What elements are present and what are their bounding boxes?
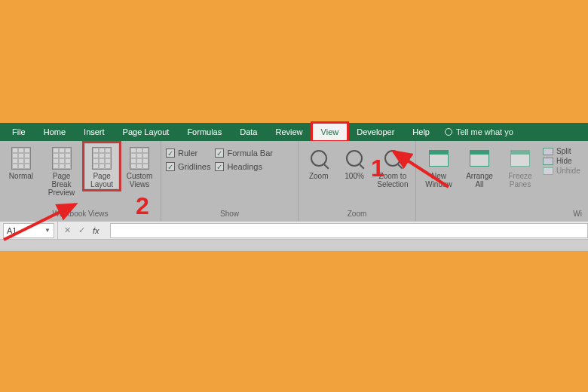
tab-page-layout[interactable]: Page Layout <box>114 123 179 141</box>
cancel-icon[interactable]: ✕ <box>64 225 71 235</box>
normal-view-button[interactable]: Normal <box>5 144 38 180</box>
zoom-100-icon <box>343 147 366 170</box>
custom-views-button[interactable]: Custom Views <box>123 144 156 188</box>
hide-button[interactable]: Hide <box>543 157 580 165</box>
tab-review[interactable]: Review <box>266 123 311 141</box>
tab-developer[interactable]: Developer <box>348 123 403 141</box>
group-label-window: Wi <box>421 208 583 219</box>
page-layout-button[interactable]: Page Layout <box>85 144 118 188</box>
tab-view[interactable]: View <box>312 123 348 141</box>
headings-checkbox[interactable]: ✓Headings <box>215 162 273 171</box>
bulb-icon <box>445 128 452 136</box>
group-label-show: Show <box>166 208 293 219</box>
checkbox-icon: ✓ <box>215 162 224 171</box>
tab-data[interactable]: Data <box>231 123 266 141</box>
group-window: New Window Arrange All Freeze Panes Spli… <box>416 141 588 221</box>
tab-help[interactable]: Help <box>403 123 439 141</box>
zoom-icon <box>308 147 330 170</box>
fx-icon[interactable]: fx <box>93 226 100 235</box>
tell-me-label: Tell me what yo <box>456 127 513 136</box>
zoom-to-selection-button[interactable]: Zoom to Selection <box>375 144 411 188</box>
custom-views-icon <box>128 147 151 170</box>
tab-home[interactable]: Home <box>35 123 75 141</box>
group-zoom: Zoom 100% Zoom to Selection Zoom <box>299 141 416 221</box>
freeze-panes-icon <box>509 147 531 170</box>
new-window-icon <box>427 147 450 170</box>
tab-insert[interactable]: Insert <box>75 123 114 141</box>
group-show: ✓Ruler ✓Gridlines ✓Formula Bar ✓Headings… <box>161 141 299 221</box>
freeze-panes-button[interactable]: Freeze Panes <box>502 144 538 188</box>
chevron-down-icon[interactable]: ▼ <box>44 227 51 234</box>
checkbox-icon: ✓ <box>166 149 175 158</box>
page-break-icon <box>51 147 73 170</box>
name-box[interactable]: A1 ▼ <box>3 223 54 238</box>
tab-formulas[interactable]: Formulas <box>178 123 231 141</box>
ribbon-view: Normal Page Break Preview Page Layout Cu… <box>0 141 588 221</box>
formula-bar-checkbox[interactable]: ✓Formula Bar <box>215 149 273 158</box>
formula-bar-row: A1 ▼ ✕ ✓ fx <box>0 221 588 239</box>
arrange-all-icon <box>468 147 491 170</box>
hide-icon <box>543 158 553 165</box>
gridlines-checkbox[interactable]: ✓Gridlines <box>166 162 210 171</box>
zoom-selection-icon <box>381 147 404 170</box>
unhide-icon <box>543 167 553 175</box>
ruler-checkbox[interactable]: ✓Ruler <box>166 149 210 158</box>
group-label-views: Workbook Views <box>5 208 156 219</box>
page-layout-icon <box>90 147 113 170</box>
zoom-100-button[interactable]: 100% <box>338 144 369 180</box>
split-button[interactable]: Split <box>543 147 580 155</box>
sheet-area-edge <box>0 239 588 250</box>
formula-input[interactable] <box>110 223 588 238</box>
new-window-button[interactable]: New Window <box>421 144 457 188</box>
checkbox-icon: ✓ <box>215 149 224 158</box>
excel-window: File Home Insert Page Layout Formulas Da… <box>0 123 588 251</box>
ribbon-tabstrip: File Home Insert Page Layout Formulas Da… <box>0 123 588 141</box>
unhide-button[interactable]: Unhide <box>543 167 580 175</box>
arrange-all-button[interactable]: Arrange All <box>461 144 498 188</box>
tell-me-search[interactable]: Tell me what yo <box>445 123 513 141</box>
tab-file[interactable]: File <box>3 123 35 141</box>
group-label-zoom: Zoom <box>303 208 411 219</box>
page-break-preview-button[interactable]: Page Break Preview <box>42 144 81 197</box>
split-icon <box>543 148 553 155</box>
zoom-button[interactable]: Zoom <box>303 144 334 180</box>
normal-view-icon <box>10 147 32 170</box>
enter-icon[interactable]: ✓ <box>78 225 85 235</box>
name-box-value: A1 <box>7 226 17 235</box>
group-workbook-views: Normal Page Break Preview Page Layout Cu… <box>0 141 161 221</box>
checkbox-icon: ✓ <box>166 162 175 171</box>
